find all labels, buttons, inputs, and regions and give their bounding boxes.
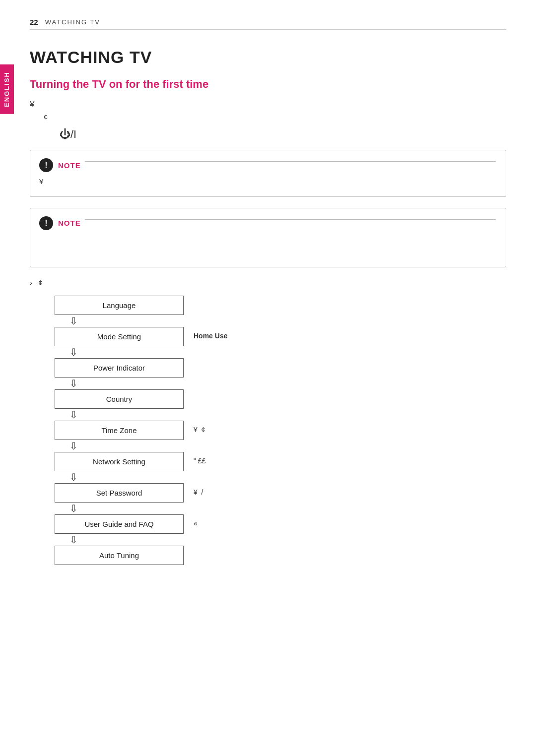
note-header-2: ! NOTE	[39, 216, 496, 230]
page-number: 22	[30, 18, 38, 26]
section-heading: Turning the TV on for the first time	[30, 78, 506, 91]
note-header-1: ! NOTE	[39, 158, 496, 172]
flow-arrow-6: ⇩	[69, 503, 78, 514]
password-yen: ¥	[194, 488, 198, 496]
note-line-2	[85, 219, 496, 220]
note-content-2	[39, 234, 496, 258]
flow-step-timezone: Time Zone ¥ ¢ ⇩	[55, 421, 205, 452]
flow-arrow-3: ⇩	[69, 409, 78, 421]
flow-box-power-indicator: Power Indicator	[55, 358, 184, 378]
flow-annotation-userguide: «	[194, 519, 198, 529]
flow-annotation-timezone: ¥ ¢	[194, 425, 205, 435]
note-icon-2: !	[39, 216, 53, 230]
flow-arrow-0: ⇩	[69, 315, 78, 327]
flow-step-network: Network Setting " ££ ⇩	[55, 452, 205, 483]
note-icon-1: !	[39, 158, 53, 172]
note-label-1: NOTE	[58, 161, 81, 170]
timezone-cent: ¢	[201, 426, 205, 434]
note-box-1: ! NOTE ¥	[30, 150, 506, 197]
page-title-small: WATCHING TV	[45, 18, 100, 26]
flow-step-password: Set Password ¥ / ⇩	[55, 483, 203, 514]
note-line-1	[85, 161, 496, 162]
flow-box-timezone: Time Zone	[55, 421, 184, 440]
flow-box-userguide: User Guide and FAQ	[55, 514, 184, 534]
flow-box-country: Country	[55, 389, 184, 409]
intro-symbol-cent: ¢	[44, 113, 506, 121]
flow-intro-arrow: ›	[30, 278, 32, 287]
flow-step-country: Country ⇩	[55, 389, 184, 421]
flow-diagram: Language ⇩ Mode Setting Home Use ⇩ Power…	[55, 296, 506, 565]
flow-step-language: Language ⇩	[55, 296, 184, 327]
flow-step-mode: Mode Setting Home Use ⇩	[55, 327, 227, 358]
side-tab-english: ENGLISH	[0, 64, 14, 114]
flow-step-userguide: User Guide and FAQ « ⇩	[55, 514, 198, 546]
note-content-1: ¥	[39, 176, 496, 188]
flow-arrow-7: ⇩	[69, 534, 78, 546]
flow-box-autotuning: Auto Tuning	[55, 546, 184, 565]
password-slash: /	[201, 488, 203, 496]
flow-arrow-2: ⇩	[69, 378, 78, 389]
flow-arrow-1: ⇩	[69, 346, 78, 358]
note-box-2: ! NOTE	[30, 208, 506, 267]
flow-step-autotuning: Auto Tuning	[55, 546, 184, 565]
intro-symbol-yen: ¥	[30, 100, 506, 110]
flow-arrow-4: ⇩	[69, 440, 78, 452]
note-label-2: NOTE	[58, 219, 81, 227]
timezone-yen: ¥	[194, 426, 198, 434]
flow-box-network: Network Setting	[55, 452, 184, 471]
power-symbol: ⏻/I	[60, 128, 506, 141]
flow-annotation-password: ¥ /	[194, 488, 203, 498]
flow-intro: › ¢	[30, 278, 506, 287]
page-header: 22 WATCHING TV	[30, 18, 506, 30]
flow-box-language: Language	[55, 296, 184, 315]
main-heading: WATCHING TV	[30, 48, 506, 67]
flow-annotation-mode: Home Use	[194, 331, 227, 341]
flow-intro-cent: ¢	[38, 278, 42, 287]
flow-box-mode: Mode Setting	[55, 327, 184, 346]
flow-annotation-network: " ££	[194, 456, 205, 466]
flow-arrow-5: ⇩	[69, 471, 78, 483]
flow-box-password: Set Password	[55, 483, 184, 503]
flow-step-power-indicator: Power Indicator ⇩	[55, 358, 184, 389]
